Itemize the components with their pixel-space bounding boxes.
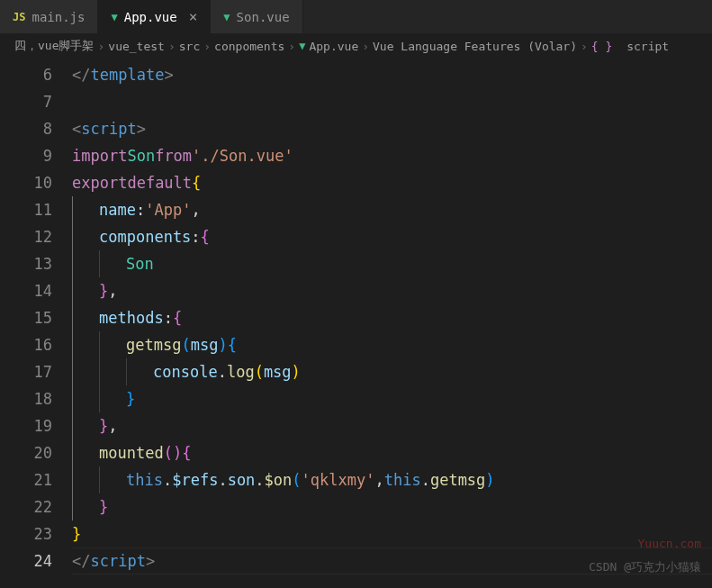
code-line: export default { (72, 169, 712, 196)
code-line: components: { (72, 223, 712, 250)
code-line: import Son from './Son.vue' (72, 142, 712, 169)
breadcrumb-item[interactable]: 四，vue脚手架 (14, 38, 94, 54)
code-line (72, 88, 712, 115)
tab-label: Son.vue (237, 10, 290, 24)
code-line: </template> (72, 61, 712, 88)
breadcrumb-item[interactable]: conpoments (214, 40, 284, 53)
breadcrumb-item[interactable]: { } script (591, 40, 669, 53)
tab-main-js[interactable]: JS main.js (0, 0, 98, 33)
breadcrumb-item[interactable]: src (179, 40, 200, 53)
code-line: } (72, 520, 712, 547)
code-line: getmsg(msg) { (72, 331, 712, 358)
chevron-right-icon: › (97, 40, 104, 53)
line-gutter: 6789101112131415161718192021222324 (0, 58, 72, 584)
code-line: Son (72, 250, 712, 277)
js-icon: JS (13, 11, 25, 23)
chevron-right-icon: › (168, 40, 176, 53)
chevron-right-icon: › (203, 40, 211, 53)
chevron-right-icon: › (581, 40, 588, 53)
chevron-right-icon: › (362, 40, 369, 53)
tab-app-vue[interactable]: ▼ App.vue × (98, 0, 211, 33)
code-line: <script> (72, 115, 712, 142)
tab-label: App.vue (124, 10, 177, 24)
code-content[interactable]: </template> <script> import Son from './… (72, 58, 712, 584)
code-line: }, (72, 412, 712, 439)
watermark: Yuucn.com (638, 537, 701, 550)
code-line: } (72, 493, 712, 520)
tab-label: main.js (32, 10, 85, 24)
code-editor[interactable]: 6789101112131415161718192021222324 </tem… (0, 58, 712, 584)
vue-icon: ▼ (299, 40, 305, 52)
vue-icon: ▼ (111, 11, 117, 23)
code-line: mounted() { (72, 439, 712, 466)
tab-son-vue[interactable]: ▼ Son.vue (211, 0, 302, 33)
breadcrumb-item[interactable]: Vue Language Features (Volar) (373, 40, 577, 53)
vue-icon: ▼ (223, 11, 230, 23)
breadcrumb-item[interactable]: vue_test (108, 40, 165, 53)
close-icon[interactable]: × (189, 8, 198, 25)
code-line: console.log(msg) (72, 358, 712, 385)
braces-icon: { } (591, 40, 612, 53)
breadcrumb[interactable]: 四，vue脚手架 › vue_test › src › conpoments ›… (0, 34, 712, 58)
watermark: CSDN @巧克力小猫猿 (589, 559, 701, 575)
code-line: methods: { (72, 304, 712, 331)
code-line: name: 'App', (72, 196, 712, 223)
breadcrumb-item[interactable]: ▼App.vue (299, 40, 358, 53)
chevron-right-icon: › (288, 40, 295, 53)
code-line: } (72, 385, 712, 412)
code-line: this.$refs.son.$on('qklxmy', this.getmsg… (72, 466, 712, 493)
tab-bar: JS main.js ▼ App.vue × ▼ Son.vue (0, 0, 712, 34)
code-line: }, (72, 277, 712, 304)
